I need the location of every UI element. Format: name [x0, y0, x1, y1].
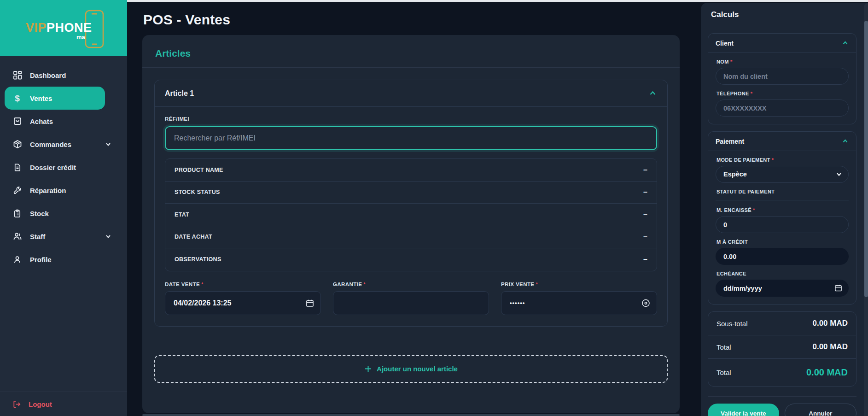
grand-total-row: Total 0.00 MAD: [708, 359, 856, 386]
sidebar-item-stock[interactable]: Stock: [0, 202, 127, 225]
calculs-panel: Calculs Client NOM* TÉLÉPHONE*: [701, 3, 868, 416]
montant-encaisse-input[interactable]: [716, 216, 849, 233]
add-article-button[interactable]: Ajouter un nouvel article: [154, 355, 668, 383]
detail-row-observations: OBSERVATIONS –: [165, 248, 657, 271]
collapse-chevron-up-icon[interactable]: [648, 89, 657, 98]
echeance-input[interactable]: [716, 280, 849, 297]
date-vente-field: DATE VENTE*: [165, 281, 321, 315]
sidebar-item-label: Réparation: [30, 187, 66, 194]
calendar-icon[interactable]: [834, 284, 842, 292]
clipboard-icon: [12, 209, 22, 218]
prix-vente-label: PRIX VENTE*: [501, 281, 657, 287]
sale-fields-row: DATE VENTE* GARANTIE*: [165, 281, 657, 315]
add-article-label: Ajouter un nouvel article: [377, 365, 458, 373]
chevron-down-icon: [836, 171, 842, 177]
brand-suffix: ma: [76, 34, 85, 41]
client-card-header[interactable]: Client: [708, 34, 856, 53]
empty-value-dash: –: [643, 211, 647, 219]
validate-sale-button[interactable]: Valider la vente: [708, 404, 779, 416]
sidebar-item-profile[interactable]: Profile: [0, 248, 127, 271]
article-body: RÉF/IMEI PRODUCT NAME – STOCK STATUS – E…: [155, 107, 667, 326]
required-asterisk: *: [201, 281, 204, 287]
prix-vente-field: PRIX VENTE*: [501, 281, 657, 315]
prix-vente-input[interactable]: [501, 291, 657, 315]
garantie-field: GARANTIE*: [333, 281, 489, 315]
brand-vip: VIP: [26, 21, 47, 35]
horizontal-scrollbar[interactable]: [142, 414, 680, 416]
nom-input[interactable]: [716, 68, 849, 85]
top-edge-strip: [127, 0, 868, 2]
mode-paiement-select[interactable]: Espèce: [716, 166, 849, 183]
articles-heading: Articles: [155, 48, 668, 59]
date-vente-label: DATE VENTE*: [165, 281, 321, 287]
sidebar-item-label: Ventes: [30, 94, 52, 102]
plus-icon: [364, 365, 372, 373]
package-box-icon: [12, 140, 22, 149]
cancel-button[interactable]: Annuler: [785, 404, 857, 416]
sidebar-item-reparation[interactable]: Réparation: [0, 179, 127, 202]
sidebar-item-ventes[interactable]: $ Ventes: [5, 87, 105, 110]
credit-label: M À CRÉDIT: [717, 239, 849, 245]
paiement-card-header[interactable]: Paiement: [708, 132, 856, 151]
detail-row-label: DATE ACHAT: [175, 234, 212, 240]
total-value: 0.00 MAD: [812, 342, 848, 352]
mode-paiement-label: MODE DE PAIEMENT*: [717, 157, 849, 163]
empty-value-dash: –: [643, 166, 647, 174]
article-card: Article 1 RÉF/IMEI PRODUCT NAME –: [154, 80, 668, 327]
garantie-label: GARANTIE*: [333, 281, 489, 287]
eye-icon[interactable]: [641, 299, 650, 307]
page-title: POS - Ventes: [143, 12, 680, 28]
sidebar-item-label: Dashboard: [30, 71, 66, 79]
label-text: DATE VENTE: [165, 281, 200, 287]
date-vente-input[interactable]: [165, 291, 321, 315]
dollar-icon: $: [12, 94, 22, 103]
encaisse-label: M. ENCAISSÉ*: [717, 207, 849, 213]
vipphone-logo: VIPPHONE ma: [22, 6, 105, 50]
logout-label: Logout: [29, 400, 52, 408]
statut-paiement-label: STATUT DE PAIEMENT: [717, 189, 849, 194]
empty-value-dash: –: [643, 188, 647, 196]
garantie-input[interactable]: [333, 291, 489, 315]
vertical-scrollbar-thumb[interactable]: [864, 21, 868, 297]
detail-row-product-name: PRODUCT NAME –: [165, 159, 657, 182]
montant-credit-input[interactable]: [716, 248, 849, 265]
actions-row: Valider la vente Annuler: [708, 404, 856, 416]
detail-row-label: OBSERVATIONS: [175, 256, 221, 263]
empty-value-dash: –: [643, 255, 647, 264]
subtotal-label: Sous-total: [717, 320, 748, 328]
telephone-input[interactable]: [716, 100, 849, 117]
vertical-scrollbar-track[interactable]: [864, 3, 868, 416]
brand-name: VIPPHONE: [26, 21, 92, 35]
telephone-label: TÉLÉPHONE*: [717, 91, 849, 96]
article-header[interactable]: Article 1: [155, 80, 667, 107]
required-asterisk: *: [751, 91, 753, 96]
sidebar-item-dossier-credit[interactable]: Dossier crédit: [0, 156, 127, 179]
sidebar-item-staff[interactable]: Staff: [0, 225, 127, 248]
paiement-card: Paiement MODE DE PAIEMENT* Espèce STATUT…: [708, 131, 856, 305]
detail-row-stock-status: STOCK STATUS –: [165, 182, 657, 204]
sidebar: VIPPHONE ma Dashboard $ Ventes Achats: [0, 0, 127, 416]
totals-card: Sous-total 0.00 MAD Total 0.00 MAD Total…: [708, 311, 856, 387]
logout-button[interactable]: Logout: [0, 400, 127, 409]
shopping-bag-icon: [12, 117, 22, 126]
echeance-label: ECHÉANCE: [717, 271, 849, 276]
wrench-icon: [12, 186, 22, 195]
calendar-icon[interactable]: [306, 299, 314, 307]
sidebar-item-dashboard[interactable]: Dashboard: [0, 64, 127, 87]
label-text: M. ENCAISSÉ: [717, 207, 751, 213]
sidebar-item-achats[interactable]: Achats: [0, 110, 127, 133]
label-text: NOM: [717, 59, 729, 64]
ref-imei-search-input[interactable]: [165, 126, 657, 150]
chevron-up-icon: [842, 138, 849, 145]
label-text: TÉLÉPHONE: [717, 91, 749, 96]
required-asterisk: *: [730, 59, 733, 64]
detail-row-date-achat: DATE ACHAT –: [165, 226, 657, 249]
grand-total-value: 0.00 MAD: [806, 367, 848, 378]
main-content: POS - Ventes Articles Article 1 RÉF/IMEI: [127, 0, 701, 416]
sidebar-item-commandes[interactable]: Commandes: [0, 133, 127, 156]
sidebar-item-label: Profile: [30, 256, 52, 264]
sidebar-nav: Dashboard $ Ventes Achats Commandes: [0, 56, 127, 392]
detail-row-label: ETAT: [175, 211, 189, 218]
detail-row-etat: ETAT –: [165, 204, 657, 226]
sidebar-footer: Logout: [0, 392, 127, 416]
